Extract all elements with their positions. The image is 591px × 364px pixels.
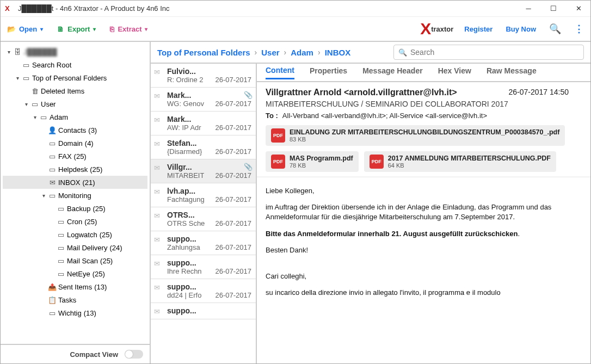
envelope-icon: ✉ <box>154 140 164 156</box>
message-body: Liebe Kollegen, im Auftrag der Direktion… <box>257 177 590 363</box>
attachment-chip[interactable]: PDF EINLADUNG ZUR MITARBEITERSCHULUNGBIL… <box>266 125 565 146</box>
tree-top-folders[interactable]: ▾▭Top of Personal Folders <box>3 71 147 84</box>
toolbar: 📂 Open ▾ 🗎 Export ▾ ⎘ Extract ▾ Xtraxtor… <box>1 17 590 42</box>
folder-icon: ▭ <box>21 61 31 69</box>
envelope-icon: ✉ <box>154 212 164 227</box>
folder-tree-sidebar: ▾🗄J██████ ▭Search Root ▾▭Top of Personal… <box>1 42 151 363</box>
attachment-chip[interactable]: PDF 2017 ANMELDUNG MITARBEITERSCHULUNG.P… <box>364 151 556 172</box>
message-item[interactable]: ✉ suppo... <box>151 303 256 319</box>
tree-wichtig[interactable]: ▭Wichtig(13) <box>3 306 147 319</box>
to-line: To :All-Verband <all-verband@lvh.it>; Al… <box>266 112 582 120</box>
tree-tasks[interactable]: 📋Tasks <box>3 293 147 306</box>
app-x-icon: X <box>5 4 14 13</box>
tree-root[interactable]: ▾🗄J██████ <box>3 45 147 58</box>
message-item[interactable]: ✉ suppo... Zahlungsa26-07-2017 <box>151 231 256 255</box>
breadcrumb[interactable]: INBOX <box>325 48 351 57</box>
tree-monitoring[interactable]: ▾▭Monitoring <box>3 189 147 202</box>
register-link[interactable]: Register <box>464 25 492 33</box>
search-icon: 🔍 <box>398 48 407 57</box>
folder-icon: ▭ <box>56 244 66 252</box>
chevron-right-icon: › <box>255 48 257 57</box>
pdf-icon: PDF <box>271 155 285 169</box>
brand-logo: Xtraxtor <box>420 20 453 38</box>
tab-hex-view[interactable]: Hex View <box>438 66 471 78</box>
minimize-button[interactable]: ─ <box>521 4 536 13</box>
more-menu-icon[interactable]: ⋮ <box>574 23 584 35</box>
tree-cron[interactable]: ▭Cron(25) <box>3 215 147 228</box>
search-input[interactable] <box>410 48 579 57</box>
folder-icon: ▭ <box>47 152 57 161</box>
tab-raw-message[interactable]: Raw Message <box>487 66 537 78</box>
titlebar: X J██████t - 4n6 Xtraxtor - A Product by… <box>1 1 590 17</box>
envelope-icon: ✉ <box>154 260 164 275</box>
tree-helpdesk[interactable]: ▭Helpdesk(25) <box>3 163 147 176</box>
pdf-icon: PDF <box>370 155 384 169</box>
attachment-icon: 📎 <box>244 163 253 171</box>
message-header: Villgrattner Arnold <arnold.villgrattner… <box>257 82 590 177</box>
breadcrumb[interactable]: Top of Personal Folders <box>157 48 250 57</box>
extract-button[interactable]: ⎘ Extract ▾ <box>110 25 147 33</box>
export-icon: 🗎 <box>57 25 64 33</box>
envelope-icon: ✉ <box>154 307 164 316</box>
tree-search-root[interactable]: ▭Search Root <box>3 58 147 71</box>
tree-backup[interactable]: ▭Backup(25) <box>3 202 147 215</box>
tab-content[interactable]: Content <box>266 66 294 79</box>
folder-icon: ▭ <box>56 257 66 265</box>
envelope-icon: ✉ <box>154 92 164 108</box>
tree-inbox[interactable]: ✉INBOX(21) <box>3 176 147 189</box>
folder-icon: ▭ <box>56 205 66 213</box>
envelope-icon: ✉ <box>154 283 164 299</box>
message-item[interactable]: ✉ suppo... dd24 | Erfo26-07-2017 <box>151 279 256 303</box>
attachment-chip[interactable]: PDF MAS Programm.pdf78 KB <box>266 151 359 172</box>
window-title: J██████t - 4n6 Xtraxtor - A Product by 4… <box>18 4 521 13</box>
close-button[interactable]: ✕ <box>571 4 586 13</box>
tree-neteye[interactable]: ▭NetEye(25) <box>3 267 147 280</box>
chevron-right-icon: › <box>318 48 321 57</box>
tree-sent-items[interactable]: 📤Sent Items(13) <box>3 280 147 293</box>
toggle-switch-icon[interactable] <box>125 350 143 359</box>
message-item[interactable]: ✉ Mark... WG: Genov26-07-2017 📎 <box>151 88 256 112</box>
tree-logwatch[interactable]: ▭Logwatch(25) <box>3 228 147 241</box>
envelope-icon: ✉ <box>154 116 164 132</box>
message-item[interactable]: ✉ lvh.ap... Fachtagung26-07-2017 <box>151 183 256 207</box>
tree-contacts[interactable]: 👤Contacts(3) <box>3 124 147 137</box>
tree-user[interactable]: ▾▭User <box>3 97 147 110</box>
search-icon[interactable]: 🔍 <box>549 23 561 35</box>
attachments-area: PDF EINLADUNG ZUR MITARBEITERSCHULUNGBIL… <box>266 125 582 172</box>
tree-mail-delivery[interactable]: ▭Mail Delivery(24) <box>3 241 147 254</box>
tree-adam[interactable]: ▾▭Adam <box>3 110 147 124</box>
export-button[interactable]: 🗎 Export ▾ <box>57 25 96 33</box>
envelope-icon: ✉ <box>154 188 164 203</box>
breadcrumb[interactable]: Adam <box>291 48 313 57</box>
maximize-button[interactable]: ☐ <box>546 4 561 13</box>
search-box[interactable]: 🔍 <box>393 45 584 60</box>
message-item[interactable]: ✉ Fulvio... R: Ordine 226-07-2017 <box>151 64 256 88</box>
message-item[interactable]: ✉ Mark... AW: IP Adr26-07-2017 <box>151 112 256 135</box>
contacts-icon: 👤 <box>47 126 57 134</box>
tasks-icon: 📋 <box>47 296 57 304</box>
buy-now-link[interactable]: Buy Now <box>506 25 536 33</box>
message-item[interactable]: ✉ Stefan... {Disarmed}26-07-2017 <box>151 135 256 159</box>
message-item[interactable]: ✉ OTRS... OTRS Sche26-07-2017 <box>151 207 256 231</box>
folder-open-icon: 📂 <box>7 25 16 33</box>
message-item[interactable]: ✉ Villgr... MITARBEIT26-07-2017 📎 <box>151 159 256 183</box>
extract-icon: ⎘ <box>110 25 114 33</box>
folder-icon: ▭ <box>39 113 48 121</box>
tree-deleted-items[interactable]: 🗑Deleted Items <box>3 84 147 97</box>
folder-icon: ▭ <box>21 74 31 82</box>
tab-message-header[interactable]: Message Header <box>362 66 423 78</box>
tab-properties[interactable]: Properties <box>310 66 347 78</box>
folder-icon: ▭ <box>47 165 57 174</box>
envelope-icon: ✉ <box>154 236 164 251</box>
message-item[interactable]: ✉ suppo... Ihre Rechn26-07-2017 <box>151 255 256 279</box>
compact-view-toggle[interactable]: Compact View <box>1 344 150 363</box>
date-label: 26-07-2017 14:50 <box>508 88 569 96</box>
folder-icon: ▭ <box>56 218 66 226</box>
tree-fax[interactable]: ▭FAX(25) <box>3 150 147 163</box>
breadcrumb[interactable]: User <box>261 48 279 57</box>
attachment-icon: 📎 <box>244 91 253 99</box>
tree-mail-scan[interactable]: ▭Mail Scan(25) <box>3 254 147 267</box>
open-button[interactable]: 📂 Open ▾ <box>7 25 43 33</box>
envelope-icon: ✉ <box>154 68 164 84</box>
tree-domain[interactable]: ▭Domain(4) <box>3 137 147 150</box>
